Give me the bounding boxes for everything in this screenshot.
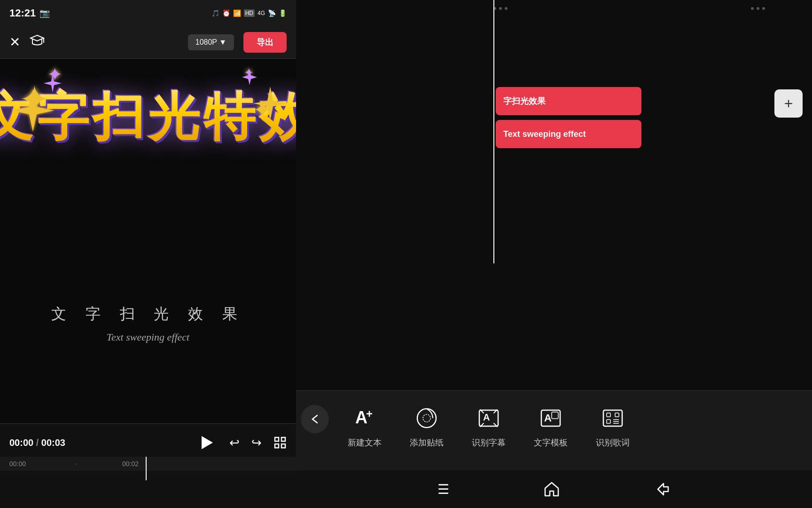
svg-text:+: + xyxy=(366,407,373,420)
top-toolbar: ✕ 1080P ▼ 导出 xyxy=(0,26,296,59)
status-time: 12:21 xyxy=(9,7,36,19)
undo-icon: ↩ xyxy=(229,436,240,450)
timeline-dot-marker: · xyxy=(75,460,77,467)
4g-icon: 4G xyxy=(258,10,265,16)
toolbar-item-new-text[interactable]: A + 新建文本 xyxy=(334,400,396,453)
status-bar: 12:21 📷 🎵 ⏰ 📶 HD 4G 📡 🔋 xyxy=(0,0,296,26)
total-time-value: 00:03 xyxy=(41,437,65,448)
svg-rect-2 xyxy=(281,437,285,441)
recognize-subtitle-icon: A xyxy=(476,405,502,431)
timeline-ruler: 00:00 · 00:02 xyxy=(0,457,296,471)
svg-text:A: A xyxy=(544,412,552,424)
recognize-lyrics-icon xyxy=(600,405,626,431)
track-cn-label: 字扫光效果 xyxy=(503,95,546,107)
recognize-lyrics-label: 识别歌词 xyxy=(596,437,630,448)
dot-5 xyxy=(757,7,759,10)
track-chinese-text[interactable]: 字扫光效果 xyxy=(496,87,641,115)
hd-icon: HD xyxy=(244,9,255,17)
toolbar-item-text-template[interactable]: A 文字模板 xyxy=(520,400,582,453)
nav-back-button[interactable] xyxy=(654,481,671,498)
top-dots-left xyxy=(493,7,508,10)
left-panel: 12:21 📷 🎵 ⏰ 📶 HD 4G 📡 🔋 ✕ 1080P ▼ 导出 xyxy=(0,0,296,508)
subtitle-english: Text sweeping effect xyxy=(107,331,189,343)
new-text-icon: A + xyxy=(351,405,378,431)
playhead-line xyxy=(493,0,494,263)
sticker-label: 添加贴纸 xyxy=(410,437,444,448)
dot-6 xyxy=(762,7,765,10)
svg-rect-15 xyxy=(607,413,610,417)
right-panel: + 字扫光效果 Text sweeping effect xyxy=(296,0,812,508)
large-sparkle-right xyxy=(251,85,289,124)
svg-rect-1 xyxy=(275,437,279,441)
toolbar-back-button[interactable] xyxy=(301,405,329,433)
play-button[interactable] xyxy=(197,432,218,453)
wifi-icon: 📡 xyxy=(268,9,276,17)
headphone-icon: 🎵 xyxy=(211,9,219,17)
undo-button[interactable]: ↩ xyxy=(229,436,240,450)
bottom-section: A + 新建文本 添加贴纸 xyxy=(296,390,812,508)
top-dots-right xyxy=(751,7,765,10)
small-sparkle-topleft xyxy=(42,73,63,96)
close-button[interactable]: ✕ xyxy=(9,34,20,50)
add-button[interactable]: + xyxy=(774,89,803,118)
sticker-icon xyxy=(414,405,440,431)
camera-status-icon: 📷 xyxy=(39,8,50,18)
system-nav: ☰ xyxy=(296,470,812,508)
playhead-indicator xyxy=(146,457,147,480)
current-time: 00:00 / 00:03 xyxy=(9,437,65,448)
redo-button[interactable]: ↪ xyxy=(251,436,262,450)
track-en-label: Text sweeping effect xyxy=(503,129,586,139)
timeline-area: 00:00 / 00:03 ↩ ↪ xyxy=(0,423,296,508)
menu-icon: ☰ xyxy=(437,482,449,497)
text-template-icon: A xyxy=(538,405,564,431)
nav-home-button[interactable] xyxy=(543,481,560,498)
status-icons: 🎵 ⏰ 📶 HD 4G 📡 🔋 xyxy=(211,9,287,17)
redo-icon: ↪ xyxy=(251,436,262,450)
svg-rect-4 xyxy=(281,444,285,448)
timeline-marker-0: 00:00 xyxy=(9,460,26,468)
track-area: + 字扫光效果 Text sweeping effect xyxy=(296,0,812,263)
toolbar-item-recognize-lyrics[interactable]: 识别歌词 xyxy=(582,400,644,453)
signal-icon: 📶 xyxy=(233,9,241,17)
subtitle-chinese: 文 字 扫 光 效 果 xyxy=(51,304,245,325)
svg-point-8 xyxy=(423,414,430,422)
playback-controls: 00:00 / 00:03 ↩ ↪ xyxy=(0,429,296,457)
battery-icon: 🔋 xyxy=(279,9,287,17)
svg-rect-13 xyxy=(552,412,558,419)
current-time-value: 00:00 xyxy=(9,437,33,448)
svg-rect-3 xyxy=(275,444,279,448)
small-sparkle-right xyxy=(241,68,258,88)
new-text-label: 新建文本 xyxy=(348,437,382,448)
fullscreen-button[interactable] xyxy=(273,436,287,449)
back-btn-container xyxy=(296,400,334,433)
alarm-icon: ⏰ xyxy=(222,9,230,17)
time-separator: / xyxy=(36,437,39,448)
svg-rect-17 xyxy=(607,420,610,423)
status-left: 12:21 📷 xyxy=(9,7,50,19)
toolbar-item-add-sticker[interactable]: 添加贴纸 xyxy=(396,400,458,453)
bottom-toolbar: A + 新建文本 添加贴纸 xyxy=(296,390,812,470)
recognize-subtitle-label: 识别字幕 xyxy=(472,437,506,448)
nav-menu-button[interactable]: ☰ xyxy=(437,482,449,497)
svg-text:A: A xyxy=(483,412,490,422)
dot-2 xyxy=(499,7,502,10)
text-template-label: 文字模板 xyxy=(534,437,568,448)
svg-rect-14 xyxy=(603,410,622,426)
track-english-text[interactable]: Text sweeping effect xyxy=(496,120,641,148)
play-icon xyxy=(202,436,213,449)
timeline-marker-1: 00:02 xyxy=(122,460,139,468)
dot-4 xyxy=(751,7,754,10)
export-button[interactable]: 导出 xyxy=(243,32,287,53)
toolbar-item-recognize-subtitle[interactable]: A 识别字幕 xyxy=(458,400,520,453)
video-preview: ✦ ✦ ✦ ✦ 文字扫光特效 xyxy=(0,59,296,423)
dot-3 xyxy=(505,7,508,10)
learn-button[interactable] xyxy=(30,33,45,51)
resolution-button[interactable]: 1080P ▼ xyxy=(188,34,234,50)
toolbar-items: A + 新建文本 添加贴纸 xyxy=(334,400,812,453)
svg-rect-16 xyxy=(615,413,619,417)
